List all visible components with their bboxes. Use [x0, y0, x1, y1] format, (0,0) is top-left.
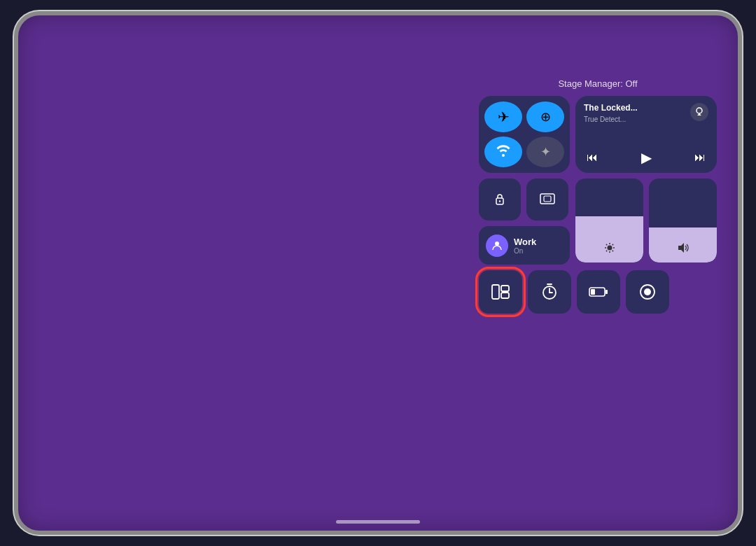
now-playing-block: The Locked... True Detect... ⏮ ▶ [575, 96, 717, 173]
volume-slider[interactable] [649, 178, 717, 262]
cc-grid: ✈ ⊕ ✦ [479, 96, 717, 314]
sliders-col [575, 178, 717, 265]
forward-button[interactable]: ⏭ [694, 151, 706, 164]
lock-mirror-row [479, 178, 570, 220]
row-3 [479, 270, 717, 314]
airplane-button[interactable]: ✈ [484, 102, 522, 132]
svg-point-2 [499, 200, 500, 202]
rewind-button[interactable]: ⏮ [587, 151, 598, 164]
svg-rect-24 [606, 290, 608, 294]
now-playing-top: The Locked... True Detect... [584, 103, 708, 123]
focus-icon-wrap [486, 234, 508, 257]
brightness-fill [575, 216, 643, 262]
row-1: ✈ ⊕ ✦ [479, 96, 717, 173]
screen-record-button[interactable] [626, 270, 669, 314]
side-button[interactable] [14, 253, 16, 288]
battery-button[interactable] [577, 270, 620, 314]
svg-marker-15 [678, 243, 684, 253]
lock-rotation-button[interactable] [479, 178, 521, 220]
focus-sublabel: On [514, 247, 536, 255]
bluetooth-icon: ✦ [540, 144, 551, 160]
bluetooth-button[interactable]: ✦ [526, 136, 564, 167]
focus-block[interactable]: Work On [479, 226, 570, 265]
stage-manager-button[interactable] [479, 270, 522, 314]
svg-rect-4 [544, 196, 551, 202]
svg-rect-3 [540, 194, 554, 204]
home-bar [336, 520, 420, 524]
tablet-frame: Stage Manager: Off ✈ ⊕ [14, 11, 742, 535]
svg-point-27 [644, 288, 651, 295]
brightness-slider[interactable] [575, 178, 643, 262]
screen-mirror-button[interactable] [526, 178, 568, 220]
focus-label: Work [514, 237, 536, 247]
svg-line-11 [606, 244, 606, 245]
volume-icon [677, 242, 690, 255]
svg-point-6 [607, 246, 612, 251]
svg-line-14 [606, 251, 606, 251]
brightness-icon [604, 242, 615, 255]
play-button[interactable]: ▶ [641, 149, 652, 166]
svg-point-5 [495, 241, 499, 246]
hotspot-icon: ⊕ [540, 109, 551, 125]
svg-rect-16 [492, 285, 499, 299]
airplane-icon: ✈ [498, 108, 510, 125]
row-2: Work On [479, 178, 717, 265]
stage-manager-label: Stage Manager: Off [479, 78, 717, 89]
svg-point-0 [696, 108, 702, 113]
airplay-button[interactable] [690, 103, 708, 121]
svg-rect-17 [501, 286, 509, 291]
now-playing-info: The Locked... True Detect... [584, 103, 690, 123]
now-playing-subtitle: True Detect... [584, 115, 690, 123]
focus-text-wrap: Work On [514, 237, 536, 255]
timer-button[interactable] [528, 270, 571, 314]
connectivity-block: ✈ ⊕ ✦ [479, 96, 570, 173]
svg-line-12 [612, 251, 612, 251]
hotspot-button[interactable]: ⊕ [526, 102, 564, 132]
now-playing-controls: ⏮ ▶ ⏭ [584, 149, 708, 166]
row2-left: Work On [479, 178, 570, 265]
svg-rect-18 [501, 293, 509, 298]
now-playing-title: The Locked... [584, 103, 690, 114]
svg-rect-25 [591, 289, 595, 295]
wifi-button[interactable] [484, 136, 522, 167]
wifi-icon [496, 144, 511, 160]
svg-line-13 [612, 244, 612, 245]
control-center: Stage Manager: Off ✈ ⊕ [479, 78, 717, 314]
